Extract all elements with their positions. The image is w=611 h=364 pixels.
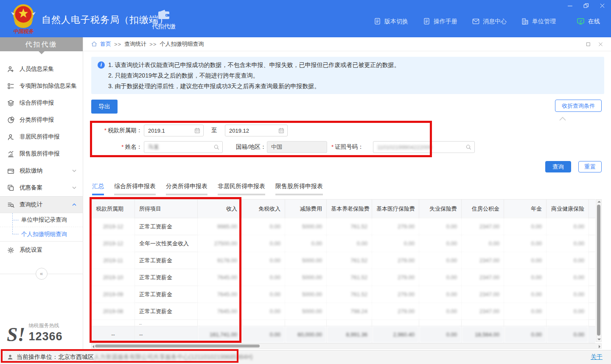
horizontal-scroll-thumb[interactable] [95, 345, 260, 347]
vertical-scrollbar[interactable] [596, 199, 602, 342]
sidebar-item-8[interactable]: 查询统计 [0, 196, 83, 213]
sidebar-item-7[interactable]: 优惠备案 [0, 179, 83, 196]
table-cell: 正常工资薪金 [135, 218, 198, 235]
table-cell: 0.00 [242, 286, 285, 303]
table-row[interactable]: 2019-09正常工资薪金7645.000.005000.00761.52279… [92, 286, 596, 303]
copy-icon [7, 184, 15, 192]
window-controls [566, 2, 606, 9]
sidebar-item-2[interactable]: 综合所得申报 [0, 94, 83, 111]
table-cell: 2019-09 [92, 286, 135, 303]
export-button[interactable]: 导出 [91, 100, 118, 114]
chevron-down-icon [72, 168, 77, 173]
sidebar-subitem[interactable]: 个人扣缴明细查询 [0, 227, 83, 241]
reset-button[interactable]: 重置 [578, 161, 602, 172]
tab-分类所得申报表[interactable]: 分类所得申报表 [166, 183, 207, 195]
tab-非居民所得申报表[interactable]: 非居民所得申报表 [218, 183, 265, 195]
header-menu-item-4[interactable]: 单位管理 [521, 17, 556, 25]
sidebar-title: 代扣代缴 [0, 37, 83, 51]
collapse-query-button[interactable]: 收折查询条件 [555, 100, 602, 112]
table-cell [462, 320, 504, 326]
table-row[interactable]: 2019-08正常工资薪金7645.000.005000.00798.24279… [92, 303, 596, 320]
person-icon [7, 133, 15, 141]
table-cell [372, 320, 419, 326]
table-cell: 0.00 [372, 235, 419, 252]
scroll-down-arrow-icon[interactable] [597, 339, 601, 340]
period-from-input[interactable]: 2019.1 [144, 125, 204, 136]
results-table: 税款所属期所得项目收入免税收入减除费用基本养老保险费基本医疗保险费失业保险费住房… [91, 199, 595, 343]
table-row[interactable]: 2019-12正常工资薪金9985.000.005000.00761.52279… [92, 218, 596, 235]
id-number-input[interactable]: 110102199904222009 [373, 141, 475, 153]
table-cell: 0.00 [242, 235, 285, 252]
sidebar-item-0[interactable]: 人员信息采集 [0, 61, 83, 78]
table-cell [589, 235, 596, 252]
results-table-wrap: 税款所属期所得项目收入免税收入减除费用基本养老保险费基本医疗保险费失业保险费住房… [91, 199, 595, 343]
sidebar-item-9[interactable]: 系统设置 [0, 242, 83, 258]
table-row[interactable]: 2019-12全年一次性奖金收入27500.000.000.000.000.00… [92, 235, 596, 252]
column-header: 年金 [504, 200, 547, 218]
restore-window-button[interactable] [582, 2, 590, 9]
form-actions: 查询 重置 [83, 161, 602, 172]
search-icon[interactable] [213, 144, 220, 150]
table-cell: 正常工资薪金 [135, 286, 198, 303]
table-totals-row[interactable]: ----161,741.000.0060,000.008,991.362,960… [92, 326, 596, 343]
calendar-icon[interactable] [194, 127, 201, 134]
tab-综合所得申报表[interactable]: 综合所得申报表 [114, 183, 156, 195]
calendar-icon[interactable] [278, 127, 285, 134]
header-menu-item-3[interactable]: 消息中心 [472, 17, 507, 25]
sidebar-item-4[interactable]: 非居民所得申报 [0, 128, 83, 145]
breadcrumb-home[interactable]: 首页 [100, 40, 111, 48]
vertical-scroll-thumb[interactable] [597, 205, 600, 336]
maximize-panel-icon[interactable] [586, 42, 591, 47]
sidebar-item-1[interactable]: 专项附加扣除信息采集 [0, 78, 83, 94]
close-panel-icon[interactable] [598, 42, 603, 47]
table-cell: 0.00 [419, 326, 462, 343]
close-window-button[interactable] [598, 2, 606, 9]
table-cell [589, 286, 596, 303]
table-cell [419, 320, 462, 326]
sidebar-subitem[interactable]: 单位申报记录查询 [0, 213, 83, 227]
column-header: 基本养老保险费 [327, 200, 372, 218]
table-cell: 0.00 [504, 303, 547, 320]
scroll-left-arrow-icon[interactable] [92, 345, 94, 348]
scroll-up-arrow-icon[interactable] [597, 201, 601, 203]
table-row[interactable]: 2019-10正常工资薪金7645.000.005000.00761.52279… [92, 269, 596, 286]
search-icon[interactable] [465, 144, 472, 150]
table-cell: 279.00 [372, 252, 419, 269]
table-cell [589, 326, 596, 343]
query-button[interactable]: 查询 [545, 161, 571, 172]
sidebar-item-5[interactable]: 限售股所得申报 [0, 145, 83, 162]
table-cell [589, 252, 596, 269]
collapse-sidebar-button[interactable]: « [36, 268, 48, 280]
close-icon [599, 3, 605, 9]
table-cell: 0.00 [419, 235, 462, 252]
minimize-window-button[interactable] [566, 2, 574, 9]
query-form: *税款所属期： 2019.1 至 2019.12 *姓名： 马某 [91, 121, 611, 160]
name-input[interactable]: 马某 [144, 141, 223, 153]
sidebar-item-3[interactable]: 分类所得申报 [0, 111, 83, 128]
table-row[interactable]: 2019-11正常工资薪金9178.000.005000.00761.52279… [92, 252, 596, 269]
tab-汇总[interactable]: 汇总 [92, 183, 104, 195]
horizontal-scrollbar[interactable] [91, 343, 602, 349]
status-bar: 当前操作单位： 北京市西城区 人力资源服务有限公司共享服务中心(12110102… [0, 350, 611, 364]
layers-icon [7, 99, 15, 107]
results-table-body: 2019-12正常工资薪金9985.000.005000.00761.52279… [92, 218, 596, 343]
sidebar-item-6[interactable]: 税款缴纳 [0, 162, 83, 179]
table-cell: 0.00 [242, 269, 285, 286]
header-menu-item-1[interactable]: 版本切换 [373, 17, 408, 25]
about-link[interactable]: 关于 [591, 353, 603, 361]
sidebar-menu: 人员信息采集专项附加扣除信息采集综合所得申报分类所得申报非居民所得申报限售股所得… [0, 61, 83, 258]
sidebar-group: 查询统计单位申报记录查询个人扣缴明细查询 [0, 196, 83, 242]
app-header: 中国税务 自然人电子税务局（扣缴端） 代扣代缴 版本切换操作手册消息中心单位管理… [0, 0, 611, 37]
scroll-right-arrow-icon[interactable] [599, 345, 600, 348]
table-ellipsis-row[interactable]: .. [92, 320, 596, 326]
table-cell: 279.00 [372, 303, 419, 320]
header-menu-item-2[interactable]: 操作手册 [423, 17, 457, 25]
nationality-label: 国籍/地区： [236, 141, 266, 153]
tab-限售股所得申报表[interactable]: 限售股所得申报表 [275, 183, 323, 195]
column-header: 所得项目 [135, 200, 198, 218]
table-cell: .. [135, 320, 198, 326]
notice-line: 1. 该查询统计表仅能查询已申报成功的数据，不包含未申报、申报失败，已申报但已作… [108, 60, 597, 70]
nav-tab-withholding[interactable]: 代扣代缴 [148, 8, 180, 31]
period-to-input[interactable]: 2019.12 [225, 125, 288, 136]
gear-icon [7, 246, 15, 254]
